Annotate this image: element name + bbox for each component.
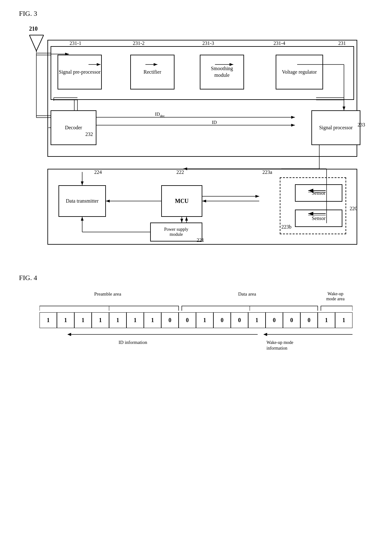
inner-top-box: Signal pre-processor Rectifier Smoothing… (51, 46, 354, 100)
data-area-label: Data area (179, 291, 315, 302)
fig3-label: FIG. 3 (19, 9, 373, 18)
label-223b: 223b (281, 224, 291, 230)
bit-cell-15: 0 (300, 312, 318, 328)
brace-svg (40, 303, 352, 312)
bit-cell-9: 1 (196, 312, 213, 328)
bit-cell-17: 1 (335, 312, 352, 328)
label-210: 210 (29, 26, 38, 32)
bit-cell-14: 0 (283, 312, 300, 328)
bit-cell-2: 1 (74, 312, 92, 328)
bit-cell-8: 0 (179, 312, 196, 328)
label-233: 233 (358, 122, 365, 128)
bit-cell-11: 0 (231, 312, 248, 328)
bit-cell-10: 0 (213, 312, 231, 328)
sensor1-box: Sensor (295, 184, 342, 202)
wakeup-label: Wake-upmode area (318, 291, 352, 302)
mcu-box: MCU (161, 185, 202, 217)
label-232: 232 (85, 131, 93, 137)
bit-cell-16: 1 (318, 312, 335, 328)
svg-marker-57 (263, 333, 267, 336)
fig4-label: FIG. 4 (19, 274, 373, 282)
label-220: 220 (350, 206, 357, 211)
preamble-label: Preamble area (40, 291, 176, 302)
svg-text:ID information: ID information (119, 340, 147, 345)
bit-cell-3: 1 (92, 312, 109, 328)
bit-cell-5: 1 (126, 312, 144, 328)
label-223a: 223a (262, 169, 272, 175)
svg-line-1 (36, 35, 44, 51)
svg-line-0 (29, 35, 36, 51)
label-224: 224 (94, 169, 102, 175)
bit-cell-6: 1 (144, 312, 161, 328)
decoder-box: Decoder (51, 110, 96, 145)
svg-text:Wake-up mode: Wake-up mode (266, 340, 293, 345)
fig3-diagram: 210 231-1 231-2 231-3 231-4 231 230 Sign… (22, 21, 370, 248)
bit-cell-13: 0 (266, 312, 283, 328)
voltage-regulator-box: Voltage regulator (276, 55, 323, 89)
bottom-arrows-svg: ID information Wake-up mode information (40, 328, 352, 353)
rectifier-box: Rectifier (130, 55, 175, 89)
bit-cell-12: 1 (248, 312, 266, 328)
svg-marker-54 (67, 333, 71, 336)
antenna-icon (28, 30, 45, 52)
bit-cell-4: 1 (109, 312, 126, 328)
label-221: 221 (197, 237, 204, 243)
bit-cell-0: 1 (40, 312, 57, 328)
data-transmitter-box: Data transmitter (58, 185, 106, 217)
sensor2-box: Sensor (295, 210, 342, 227)
signal-processor-box: Signal processor (311, 110, 360, 145)
signal-preprocessor-box: Signal pre-processor (58, 55, 102, 89)
bit-cell-1: 1 (57, 312, 74, 328)
power-supply-box: Power supplymodule (150, 223, 202, 241)
bit-cells-row: 111111100100100011 (22, 312, 370, 328)
fig4-diagram: Preamble area Data area Wake-upmode area (22, 291, 370, 353)
bit-cell-7: 0 (161, 312, 179, 328)
svg-text:information: information (266, 346, 287, 351)
smoothing-module-box: Smoothingmodule (200, 55, 244, 89)
label-222: 222 (176, 169, 184, 175)
